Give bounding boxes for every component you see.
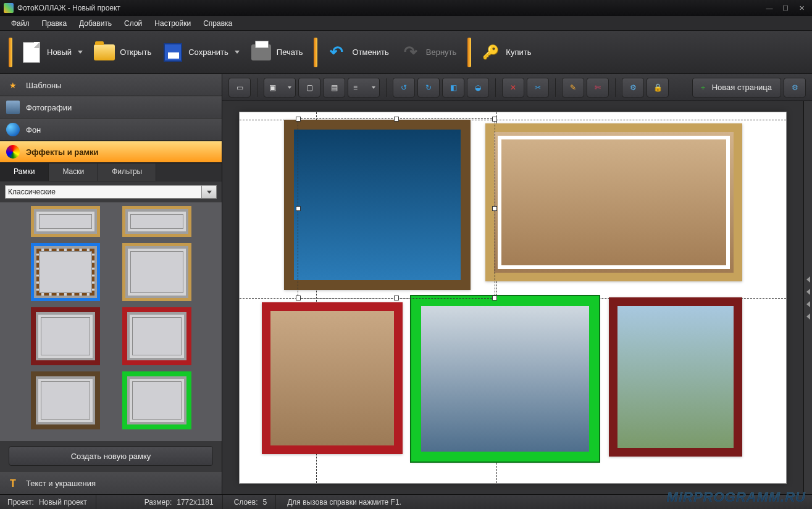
separator	[495, 78, 496, 97]
sidebar-item-photos[interactable]: Фотографии	[0, 96, 222, 118]
save-label: Сохранить	[188, 48, 228, 57]
chevron-left-icon	[806, 313, 810, 320]
photo-frame[interactable]	[609, 297, 742, 457]
frame-thumb[interactable]	[122, 243, 191, 301]
redo-button[interactable]: ↷ Вернуть	[396, 38, 463, 67]
flip-vertical-button[interactable]: ◒	[467, 78, 489, 97]
panel-collapse-strip[interactable]	[803, 101, 812, 494]
menu-layer[interactable]: Слой	[119, 17, 147, 30]
resize-handle[interactable]	[296, 296, 301, 300]
resize-handle[interactable]	[394, 296, 399, 300]
category-dropdown-button[interactable]	[202, 185, 217, 199]
resize-handle[interactable]	[296, 117, 301, 122]
palette-icon	[6, 145, 20, 159]
tab-masks[interactable]: Маски	[49, 163, 98, 181]
print-button[interactable]: Печать	[247, 38, 309, 67]
sidebar-item-effects-frames[interactable]: Эффекты и рамки	[0, 141, 222, 163]
delete-button[interactable]: ✕	[502, 78, 524, 97]
sidebar-item-templates[interactable]: ★ Шаблоны	[0, 74, 222, 96]
resize-handle[interactable]	[492, 117, 497, 122]
settings-button[interactable]: ⚙	[622, 78, 644, 97]
undo-icon: ↶	[330, 43, 343, 62]
resize-handle[interactable]	[296, 206, 301, 211]
frame-thumb[interactable]	[122, 206, 191, 237]
layers-icon: ▤	[331, 83, 338, 92]
flip-h-icon: ◧	[450, 83, 457, 92]
create-frame-button[interactable]: Создать новую рамку	[9, 446, 213, 466]
new-button[interactable]: Новый	[17, 38, 89, 67]
selection-box[interactable]	[298, 118, 495, 299]
frame-thumbnails[interactable]	[0, 202, 222, 441]
new-page-button[interactable]: ＋ Новая страница	[692, 78, 781, 97]
frame-thumb[interactable]	[122, 307, 191, 365]
photo-frame[interactable]	[485, 123, 742, 281]
menu-add[interactable]: Добавить	[74, 17, 117, 30]
cut-button[interactable]: ✄	[587, 78, 609, 97]
background-label: Фон	[26, 125, 41, 134]
tab-filters[interactable]: Фильтры	[98, 163, 156, 181]
chevron-left-icon	[806, 276, 810, 283]
add-page-icon: ＋	[699, 82, 707, 93]
crop-icon: ✂	[535, 83, 541, 92]
bring-front-button[interactable]: ▤	[323, 78, 345, 97]
frame-category-select[interactable]	[5, 185, 202, 199]
page-settings-button[interactable]: ⚙	[784, 78, 806, 97]
menu-edit[interactable]: Правка	[37, 17, 72, 30]
crop-button[interactable]: ✂	[527, 78, 549, 97]
minimize-button[interactable]: —	[763, 3, 776, 13]
brush-button[interactable]: ✎	[562, 78, 584, 97]
frame-thumb[interactable]	[31, 307, 100, 365]
effects-label: Эффекты и рамки	[26, 147, 99, 157]
status-help-hint: Для вызова справки нажмите F1.	[287, 498, 401, 507]
menu-file[interactable]: Файл	[6, 17, 35, 30]
resize-handle[interactable]	[492, 206, 497, 211]
titlebar: ФотоКОЛЛАЖ - Новый проект — ☐ ✕	[0, 0, 812, 16]
menu-settings[interactable]: Настройки	[149, 17, 196, 30]
photo-frame[interactable]	[411, 296, 599, 461]
open-button[interactable]: Открыть	[90, 38, 157, 67]
app-icon	[4, 3, 14, 13]
buy-label: Купить	[506, 48, 531, 57]
status-size-label: Размер:	[144, 498, 172, 507]
subtabs: Рамки Маски Фильтры	[0, 163, 222, 181]
save-button[interactable]: Сохранить	[159, 38, 246, 67]
sidebar-item-text-decor[interactable]: T Текст и украшения	[0, 472, 222, 494]
layers-icon: ▢	[306, 83, 313, 92]
new-label: Новый	[47, 48, 72, 57]
flip-horizontal-button[interactable]: ◧	[442, 78, 464, 97]
rotate-right-button[interactable]: ↻	[417, 78, 440, 97]
resize-handle[interactable]	[394, 117, 399, 122]
align-button[interactable]: ≡	[348, 78, 380, 97]
menu-help[interactable]: Справка	[198, 17, 237, 30]
folder-icon	[94, 44, 115, 60]
frame-thumb[interactable]	[31, 371, 100, 429]
maximize-button[interactable]: ☐	[779, 3, 792, 13]
photo-frame[interactable]	[262, 302, 403, 454]
photos-label: Фотографии	[26, 103, 72, 112]
buy-button[interactable]: 🔑 Купить	[476, 38, 537, 67]
undo-button[interactable]: ↶ Отменить	[322, 38, 395, 67]
send-backward-button[interactable]: ▢	[298, 78, 320, 97]
key-icon: 🔑	[481, 43, 500, 62]
frame-thumb[interactable]	[122, 371, 191, 429]
flip-v-icon: ◒	[475, 83, 481, 92]
bring-forward-button[interactable]: ▣	[264, 78, 296, 97]
canvas[interactable]	[222, 101, 803, 494]
redo-icon: ↷	[404, 43, 417, 62]
select-tool-button[interactable]: ▭	[228, 78, 251, 97]
separator	[615, 78, 616, 97]
sidebar: ★ Шаблоны Фотографии Фон Эффекты и рамки…	[0, 74, 222, 494]
rotate-left-button[interactable]: ↺	[393, 78, 415, 97]
frame-thumb-selected[interactable]	[31, 243, 100, 301]
delete-icon: ✕	[510, 83, 516, 92]
sidebar-item-background[interactable]: Фон	[0, 118, 222, 141]
status-project-value: Новый проект	[39, 498, 87, 507]
close-button[interactable]: ✕	[795, 3, 808, 13]
resize-handle[interactable]	[492, 296, 497, 300]
templates-label: Шаблоны	[26, 81, 62, 90]
lock-button[interactable]: 🔒	[647, 78, 669, 97]
page[interactable]	[240, 112, 786, 483]
print-label: Печать	[277, 48, 303, 57]
tab-frames[interactable]: Рамки	[0, 163, 49, 181]
frame-thumb[interactable]	[31, 206, 100, 237]
